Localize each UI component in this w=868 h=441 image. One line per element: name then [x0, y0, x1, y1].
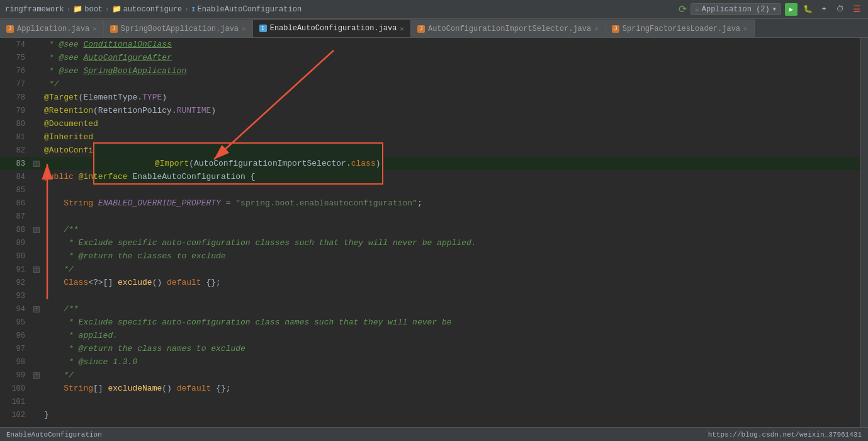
- tab-close-4[interactable]: ✕: [594, 25, 599, 33]
- tab-application[interactable]: J Application.java ✕: [0, 20, 104, 37]
- code-line-89: 89 * Exclude specific auto-configuration…: [0, 236, 860, 249]
- code-content-80: @Documented: [42, 117, 98, 130]
- line-num-78: 78: [0, 93, 31, 102]
- tab-close[interactable]: ✕: [93, 25, 97, 33]
- line-num-76: 76: [0, 67, 31, 76]
- code-content-100: String[] excludeName() default {};: [42, 382, 231, 395]
- fold-icon-99[interactable]: -: [33, 372, 40, 379]
- line-num-82: 82: [0, 146, 31, 155]
- breadcrumb-item-boot[interactable]: 📁 boot: [73, 4, 103, 14]
- tab-springfactories[interactable]: J SpringFactoriesLoader.java ✕: [606, 20, 755, 37]
- more-button[interactable]: ☰: [850, 3, 863, 16]
- line-num-83: 83: [0, 159, 31, 168]
- status-bar: EnableAutoConfiguration https://blog.csd…: [0, 427, 868, 441]
- debug-button[interactable]: 🐛: [801, 3, 814, 16]
- breadcrumb: ringframework › 📁 boot › 📁 autoconfigure…: [5, 4, 302, 14]
- tab-icon-java4: J: [612, 25, 619, 33]
- code-line-86: 86 String ENABLED_OVERRIDE_PROPERTY = "s…: [0, 197, 860, 210]
- run-button[interactable]: ▶: [785, 3, 798, 16]
- code-line-77: 77 */: [0, 77, 860, 91]
- tab-bar: J Application.java ✕ J SpringBootApplica…: [0, 19, 868, 38]
- code-content-95: * Exclude specific auto-configuration cl…: [42, 316, 452, 329]
- top-bar: ringframework › 📁 boot › 📁 autoconfigure…: [0, 0, 868, 19]
- code-content-97: * @return the class names to exclude: [42, 342, 245, 355]
- line-num-102: 102: [0, 411, 31, 420]
- breadcrumb-item-framework[interactable]: ringframework: [5, 5, 64, 14]
- code-line-99: 99 - */: [0, 369, 860, 382]
- code-content-96: * applied.: [42, 329, 118, 342]
- code-line-84: 84 public @interface EnableAutoConfigura…: [0, 170, 860, 183]
- tab-close-5[interactable]: ✕: [743, 25, 748, 33]
- line-num-95: 95: [0, 318, 31, 327]
- code-line-91: 91 - */: [0, 263, 860, 276]
- line-num-99: 99: [0, 371, 31, 380]
- code-line-98: 98 * @since 1.3.0: [0, 355, 860, 369]
- code-line-93: 93: [0, 289, 860, 302]
- code-content-89: * Exclude specific auto-configuration cl…: [42, 236, 476, 249]
- code-lines: 74 * @see ConditionalOnClass 75 * @see A…: [0, 38, 860, 421]
- code-editor[interactable]: 74 * @see ConditionalOnClass 75 * @see A…: [0, 38, 860, 440]
- fold-gutter-91: -: [31, 266, 42, 273]
- interface-icon: I: [191, 6, 196, 13]
- code-line-79: 79 @Retention(RetentionPolicy.RUNTIME): [0, 104, 860, 117]
- right-scrollbar[interactable]: [860, 38, 868, 440]
- breadcrumb-item-class[interactable]: I EnableAutoConfiguration: [191, 5, 302, 14]
- coverage-button[interactable]: ☂: [818, 3, 830, 16]
- code-line-88: 88 - /**: [0, 223, 860, 236]
- tab-label: Application.java: [17, 25, 89, 33]
- line-num-84: 84: [0, 173, 31, 181]
- folder-icon-2: 📁: [112, 4, 121, 14]
- code-line-94: 94 - /**: [0, 302, 860, 316]
- line-num-90: 90: [0, 252, 31, 261]
- app-icon: ☕: [695, 5, 699, 13]
- line-num-87: 87: [0, 212, 31, 221]
- breadcrumb-item-autoconfigure[interactable]: 📁 autoconfigure: [112, 4, 183, 14]
- code-line-92: 92 Class<?>[] exclude() default {};: [0, 276, 860, 289]
- code-line-80: 80 @Documented: [0, 117, 860, 130]
- fold-icon-83[interactable]: -: [33, 161, 40, 167]
- tab-close-3[interactable]: ✕: [400, 25, 404, 33]
- tab-close-2[interactable]: ✕: [242, 25, 246, 33]
- code-line-83: 83 - @Import(AutoConfigurationImportSele…: [0, 157, 860, 170]
- code-content-74: * @see ConditionalOnClass: [42, 38, 172, 51]
- fold-icon-94[interactable]: -: [33, 306, 40, 312]
- fold-gutter-94: -: [31, 306, 42, 312]
- run-config-label: Application (2): [702, 5, 770, 14]
- line-num-79: 79: [0, 106, 31, 115]
- line-num-89: 89: [0, 239, 31, 248]
- line-num-85: 85: [0, 186, 31, 195]
- tab-springbootapp[interactable]: J SpringBootApplication.java ✕: [104, 20, 253, 37]
- tab-enableautoconfig[interactable]: I EnableAutoConfiguration.java ✕: [253, 20, 411, 37]
- code-line-95: 95 * Exclude specific auto-configuration…: [0, 316, 860, 329]
- fold-gutter-83: -: [31, 161, 42, 167]
- status-left: EnableAutoConfiguration: [6, 431, 102, 438]
- tab-icon-java3: J: [417, 25, 425, 33]
- tab-autoimportselector[interactable]: J AutoConfigurationImportSelector.java ✕: [411, 20, 606, 37]
- fold-icon-88[interactable]: -: [33, 227, 40, 233]
- line-num-93: 93: [0, 292, 31, 301]
- line-num-75: 75: [0, 54, 31, 62]
- tab-label-4: AutoConfigurationImportSelector.java: [428, 25, 591, 33]
- line-num-97: 97: [0, 345, 31, 353]
- code-content-86: String ENABLED_OVERRIDE_PROPERTY = "spri…: [42, 197, 422, 210]
- update-icon: ⟳: [679, 3, 687, 16]
- run-config-selector[interactable]: ☕ Application (2) ▾: [690, 3, 781, 15]
- line-num-100: 100: [0, 384, 31, 393]
- status-right: https://blog.csdn.net/weixin_37961431: [708, 431, 862, 438]
- code-content-98: * @since 1.3.0: [42, 355, 137, 369]
- tab-icon-java2: J: [110, 25, 118, 33]
- code-content-91: */: [42, 263, 74, 276]
- fold-gutter-88: -: [31, 227, 42, 233]
- code-line-76: 76 * @see SpringBootApplication: [0, 64, 860, 77]
- tab-icon-interface: I: [259, 25, 267, 32]
- line-num-94: 94: [0, 305, 31, 314]
- editor-container: 74 * @see ConditionalOnClass 75 * @see A…: [0, 38, 868, 440]
- code-content-84: public @interface EnableAutoConfiguratio…: [42, 170, 256, 183]
- code-line-75: 75 * @see AutoConfigureAfter: [0, 51, 860, 64]
- toolbar-right: ⟳ ☕ Application (2) ▾ ▶ 🐛 ☂ ⏱ ☰: [679, 3, 863, 16]
- code-line-100: 100 String[] excludeName() default {};: [0, 382, 860, 395]
- fold-icon-91[interactable]: -: [33, 266, 40, 273]
- line-num-86: 86: [0, 199, 31, 208]
- dropdown-arrow: ▾: [772, 4, 777, 14]
- profile-button[interactable]: ⏱: [834, 3, 847, 16]
